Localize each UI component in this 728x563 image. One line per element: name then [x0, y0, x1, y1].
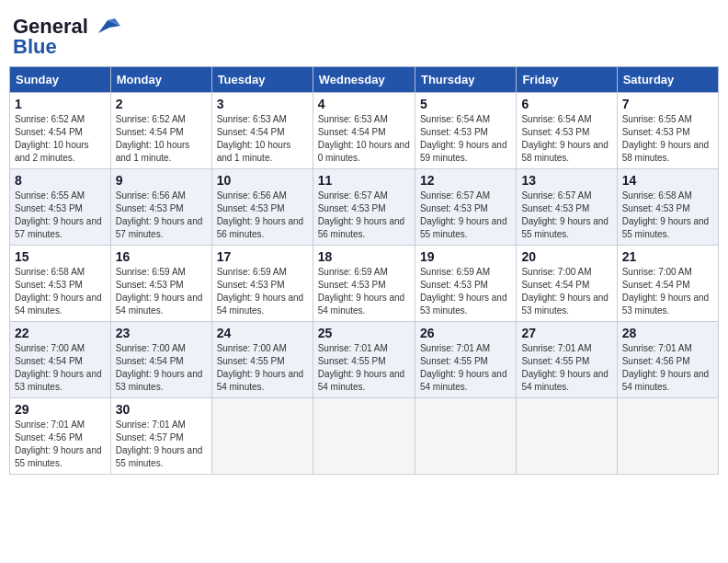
header-day-monday: Monday [110, 67, 211, 93]
logo-bird-icon [89, 17, 120, 37]
calendar-cell [517, 398, 617, 475]
day-detail: Sunrise: 7:00 AMSunset: 4:54 PMDaylight:… [622, 267, 710, 316]
day-number: 27 [521, 326, 611, 340]
day-detail: Sunrise: 7:01 AMSunset: 4:55 PMDaylight:… [318, 343, 405, 392]
header: General Blue [9, 9, 719, 61]
day-number: 18 [318, 249, 410, 264]
day-detail: Sunrise: 6:53 AMSunset: 4:54 PMDaylight:… [217, 114, 291, 163]
calendar-cell: 8Sunrise: 6:55 AMSunset: 4:53 PMDaylight… [10, 169, 111, 246]
day-number: 24 [217, 326, 308, 340]
calendar-cell: 14Sunrise: 6:58 AMSunset: 4:53 PMDayligh… [617, 169, 718, 246]
calendar-table: SundayMondayTuesdayWednesdayThursdayFrid… [9, 66, 719, 475]
day-number: 20 [521, 249, 611, 264]
calendar-header-row: SundayMondayTuesdayWednesdayThursdayFrid… [10, 67, 719, 93]
day-detail: Sunrise: 6:54 AMSunset: 4:53 PMDaylight:… [521, 114, 609, 163]
day-number: 6 [521, 97, 611, 111]
day-number: 4 [318, 97, 410, 111]
day-detail: Sunrise: 6:58 AMSunset: 4:53 PMDaylight:… [15, 267, 102, 316]
day-detail: Sunrise: 6:57 AMSunset: 4:53 PMDaylight:… [420, 190, 507, 239]
day-detail: Sunrise: 6:57 AMSunset: 4:53 PMDaylight:… [318, 190, 405, 239]
calendar-cell: 6Sunrise: 6:54 AMSunset: 4:53 PMDaylight… [517, 93, 617, 169]
calendar-cell: 18Sunrise: 6:59 AMSunset: 4:53 PMDayligh… [313, 246, 415, 322]
day-number: 3 [217, 97, 308, 111]
day-detail: Sunrise: 7:00 AMSunset: 4:54 PMDaylight:… [521, 267, 609, 316]
day-number: 26 [420, 326, 511, 340]
calendar-cell [617, 398, 718, 475]
day-number: 21 [622, 249, 713, 264]
day-detail: Sunrise: 6:55 AMSunset: 4:53 PMDaylight:… [15, 190, 102, 239]
calendar-cell [211, 398, 313, 475]
calendar-cell: 3Sunrise: 6:53 AMSunset: 4:54 PMDaylight… [211, 93, 313, 169]
calendar-cell: 30Sunrise: 7:01 AMSunset: 4:57 PMDayligh… [110, 398, 211, 475]
calendar-week-5: 29Sunrise: 7:01 AMSunset: 4:56 PMDayligh… [10, 398, 719, 475]
day-detail: Sunrise: 6:59 AMSunset: 4:53 PMDaylight:… [318, 267, 405, 316]
day-number: 14 [622, 173, 713, 188]
day-number: 30 [116, 402, 207, 417]
day-detail: Sunrise: 7:01 AMSunset: 4:56 PMDaylight:… [15, 419, 102, 468]
day-number: 8 [15, 173, 106, 188]
calendar-cell: 21Sunrise: 7:00 AMSunset: 4:54 PMDayligh… [617, 246, 718, 322]
calendar-cell: 16Sunrise: 6:59 AMSunset: 4:53 PMDayligh… [110, 246, 211, 322]
calendar-cell [313, 398, 415, 475]
calendar-cell: 5Sunrise: 6:54 AMSunset: 4:53 PMDaylight… [415, 93, 516, 169]
logo: General Blue [13, 15, 120, 59]
day-number: 9 [116, 173, 207, 188]
calendar-cell: 19Sunrise: 6:59 AMSunset: 4:53 PMDayligh… [415, 246, 516, 322]
calendar-cell: 9Sunrise: 6:56 AMSunset: 4:53 PMDaylight… [110, 169, 211, 246]
day-number: 16 [116, 249, 207, 264]
calendar-cell: 2Sunrise: 6:52 AMSunset: 4:54 PMDaylight… [110, 93, 211, 169]
calendar-cell: 12Sunrise: 6:57 AMSunset: 4:53 PMDayligh… [415, 169, 516, 246]
day-detail: Sunrise: 7:00 AMSunset: 4:55 PMDaylight:… [217, 343, 304, 392]
day-detail: Sunrise: 7:00 AMSunset: 4:54 PMDaylight:… [116, 343, 203, 392]
day-detail: Sunrise: 6:56 AMSunset: 4:53 PMDaylight:… [217, 190, 304, 239]
day-detail: Sunrise: 7:01 AMSunset: 4:56 PMDaylight:… [622, 343, 710, 392]
calendar-cell: 13Sunrise: 6:57 AMSunset: 4:53 PMDayligh… [517, 169, 617, 246]
day-detail: Sunrise: 6:52 AMSunset: 4:54 PMDaylight:… [116, 114, 190, 163]
day-detail: Sunrise: 6:56 AMSunset: 4:53 PMDaylight:… [116, 190, 203, 239]
calendar-cell: 22Sunrise: 7:00 AMSunset: 4:54 PMDayligh… [10, 322, 111, 398]
calendar-week-2: 8Sunrise: 6:55 AMSunset: 4:53 PMDaylight… [10, 169, 719, 246]
header-day-saturday: Saturday [617, 67, 718, 93]
day-number: 25 [318, 326, 410, 340]
calendar-cell: 20Sunrise: 7:00 AMSunset: 4:54 PMDayligh… [517, 246, 617, 322]
logo-blue: Blue [13, 35, 57, 59]
calendar-cell: 4Sunrise: 6:53 AMSunset: 4:54 PMDaylight… [313, 93, 415, 169]
calendar-week-1: 1Sunrise: 6:52 AMSunset: 4:54 PMDaylight… [10, 93, 719, 169]
calendar-cell: 17Sunrise: 6:59 AMSunset: 4:53 PMDayligh… [211, 246, 313, 322]
day-detail: Sunrise: 6:55 AMSunset: 4:53 PMDaylight:… [622, 114, 710, 163]
day-number: 12 [420, 173, 511, 188]
calendar-cell: 26Sunrise: 7:01 AMSunset: 4:55 PMDayligh… [415, 322, 516, 398]
day-number: 29 [15, 402, 106, 417]
calendar-cell: 25Sunrise: 7:01 AMSunset: 4:55 PMDayligh… [313, 322, 415, 398]
calendar-cell: 15Sunrise: 6:58 AMSunset: 4:53 PMDayligh… [10, 246, 111, 322]
day-number: 7 [622, 97, 713, 111]
day-number: 10 [217, 173, 308, 188]
day-detail: Sunrise: 7:01 AMSunset: 4:57 PMDaylight:… [116, 419, 203, 468]
header-day-tuesday: Tuesday [211, 67, 313, 93]
day-detail: Sunrise: 6:59 AMSunset: 4:53 PMDaylight:… [116, 267, 203, 316]
day-number: 17 [217, 249, 308, 264]
calendar-cell [415, 398, 516, 475]
day-number: 15 [15, 249, 106, 264]
day-number: 5 [420, 97, 511, 111]
calendar-cell: 10Sunrise: 6:56 AMSunset: 4:53 PMDayligh… [211, 169, 313, 246]
calendar-cell: 7Sunrise: 6:55 AMSunset: 4:53 PMDaylight… [617, 93, 718, 169]
day-number: 1 [15, 97, 106, 111]
header-day-sunday: Sunday [10, 67, 111, 93]
day-detail: Sunrise: 6:59 AMSunset: 4:53 PMDaylight:… [420, 267, 507, 316]
day-detail: Sunrise: 7:00 AMSunset: 4:54 PMDaylight:… [15, 343, 102, 392]
day-number: 13 [521, 173, 611, 188]
day-detail: Sunrise: 6:57 AMSunset: 4:53 PMDaylight:… [521, 190, 609, 239]
calendar-cell: 11Sunrise: 6:57 AMSunset: 4:53 PMDayligh… [313, 169, 415, 246]
calendar-cell: 27Sunrise: 7:01 AMSunset: 4:55 PMDayligh… [517, 322, 617, 398]
calendar-cell: 1Sunrise: 6:52 AMSunset: 4:54 PMDaylight… [10, 93, 111, 169]
calendar-week-3: 15Sunrise: 6:58 AMSunset: 4:53 PMDayligh… [10, 246, 719, 322]
day-detail: Sunrise: 7:01 AMSunset: 4:55 PMDaylight:… [521, 343, 609, 392]
header-day-thursday: Thursday [415, 67, 516, 93]
day-detail: Sunrise: 6:54 AMSunset: 4:53 PMDaylight:… [420, 114, 507, 163]
day-number: 23 [116, 326, 207, 340]
day-number: 19 [420, 249, 511, 264]
header-day-friday: Friday [517, 67, 617, 93]
calendar-week-4: 22Sunrise: 7:00 AMSunset: 4:54 PMDayligh… [10, 322, 719, 398]
day-number: 11 [318, 173, 410, 188]
